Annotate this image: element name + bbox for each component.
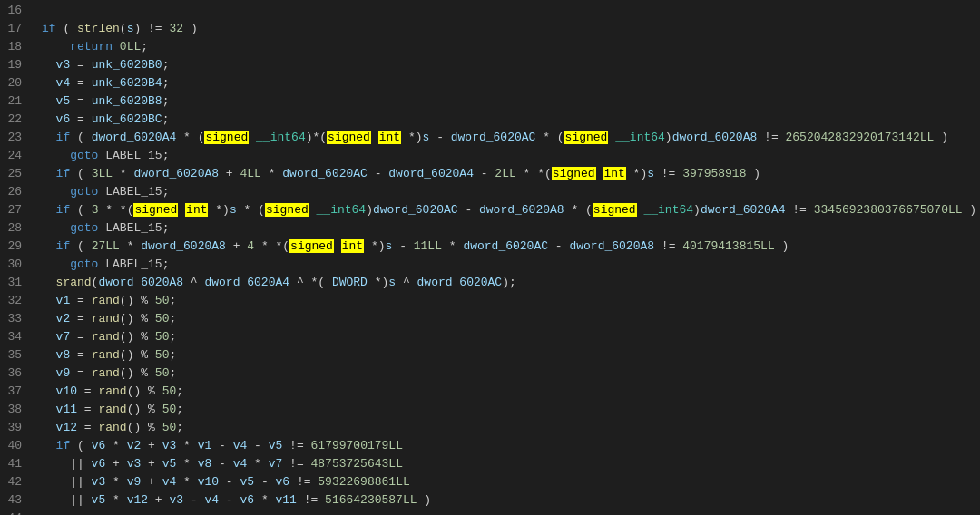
code-line-18: return 0LL;: [42, 38, 980, 56]
code-line-44: {: [42, 510, 980, 513]
code-line-26: goto LABEL_15;: [42, 183, 980, 201]
code-line-35: v8 = rand() % 50;: [42, 346, 980, 364]
code-line-31: srand(dword_6020A8 ^ dword_6020A4 ^ *(_D…: [42, 274, 980, 292]
code-line-17: if ( strlen(s) != 32 ): [42, 20, 980, 38]
code-line-42: || v3 * v9 + v4 * v10 - v5 - v6 != 59322…: [42, 473, 980, 491]
code-line-16: [42, 2, 980, 20]
code-line-25: if ( 3LL * dword_6020A8 + 4LL * dword_60…: [42, 165, 980, 183]
code-line-32: v1 = rand() % 50;: [42, 292, 980, 310]
code-line-33: v2 = rand() % 50;: [42, 310, 980, 328]
code-line-27: if ( 3 * *(signed int *)s * (signed __in…: [42, 201, 980, 219]
code-line-36: v9 = rand() % 50;: [42, 364, 980, 383]
code-lines: if ( strlen(s) != 32 ) return 0LL; v3 = …: [33, 2, 980, 513]
code-line-38: v11 = rand() % 50;: [42, 401, 980, 419]
code-line-19: v3 = unk_6020B0;: [42, 56, 980, 74]
code-editor: 16 17 18 19 20 21 22 23 24 25 26 27 28 2…: [0, 0, 980, 515]
code-line-24: goto LABEL_15;: [42, 147, 980, 165]
code-line-43: || v5 * v12 + v3 - v4 - v6 * v11 != 5166…: [42, 491, 980, 510]
code-line-20: v4 = unk_6020B4;: [42, 74, 980, 92]
code-line-37: v10 = rand() % 50;: [42, 383, 980, 401]
code-line-41: || v6 + v3 + v5 * v8 - v4 * v7 != 487537…: [42, 455, 980, 473]
code-line-22: v6 = unk_6020BC;: [42, 111, 980, 129]
code-line-34: v7 = rand() % 50;: [42, 328, 980, 346]
code-line-28: goto LABEL_15;: [42, 219, 980, 238]
code-line-21: v5 = unk_6020B8;: [42, 92, 980, 111]
code-line-30: goto LABEL_15;: [42, 256, 980, 274]
code-line-40: if ( v6 * v2 + v3 * v1 - v4 - v5 != 6179…: [42, 437, 980, 455]
code-line-29: if ( 27LL * dword_6020A8 + 4 * *(signed …: [42, 238, 980, 256]
code-line-23: if ( dword_6020A4 * (signed __int64)*(si…: [42, 129, 980, 147]
code-line-39: v12 = rand() % 50;: [42, 419, 980, 437]
line-numbers: 16 17 18 19 20 21 22 23 24 25 26 27 28 2…: [0, 2, 33, 513]
